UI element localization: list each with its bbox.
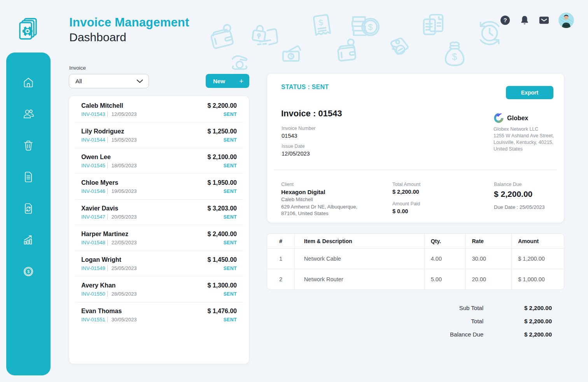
clock-refresh-doodle-icon [475, 19, 504, 50]
invoice-status-badge: SENT [223, 163, 237, 168]
invoice-status-badge: SENT [223, 266, 237, 271]
invoice-list-item[interactable]: Caleb Mitchell$ 2,200.00 INV-0154312/05/… [75, 97, 243, 123]
invoice-dashboard: { "header": { "app_title": "Invoice Mana… [0, 0, 588, 382]
chevron-down-icon [136, 79, 143, 83]
total-label: Total [471, 318, 483, 324]
company-address-line: United States [494, 146, 556, 152]
sidebar-item-payments[interactable]: $ [22, 265, 35, 278]
banknote-doodle-icon: $ [281, 44, 304, 65]
invoice-filter-select[interactable]: All [69, 74, 149, 88]
invoice-client-name: Owen Lee [81, 154, 111, 161]
new-invoice-button[interactable]: New + [206, 74, 249, 88]
item-amount: $ 1,200.00 [512, 249, 564, 269]
invoice-number-link[interactable]: INV-01550 [81, 291, 105, 297]
invoice-client-name: Chloe Myers [81, 179, 118, 186]
invoice-detail-card: STATUS : SENT Export Invoice : 01543 Inv… [267, 73, 564, 223]
invoice-list-item[interactable]: Logan Wright$ 1,450.00 INV-0154925/05/20… [75, 251, 243, 277]
invoice-list-item[interactable]: Evan Thomas$ 1,476.00 INV-0155130/05/202… [75, 302, 243, 328]
notifications-bell-icon[interactable] [520, 15, 530, 25]
balance-due-value: $ 2,200.00 [494, 189, 545, 199]
invoice-number-link[interactable]: INV-01547 [81, 214, 105, 220]
column-header-amount: Amount [512, 234, 564, 249]
invoice-list-item[interactable]: Xavier Davis$ 3,203.00 INV-0154720/05/20… [75, 200, 243, 225]
items-table-row: 2 Network Router 5.00 20.00 $ 1,000.00 [267, 269, 564, 289]
invoice-amount: $ 1,950.00 [207, 179, 237, 186]
item-qty: 4.00 [425, 249, 466, 269]
documents-doodle-icon [421, 12, 445, 38]
balance-due-label: Balance Due [494, 182, 545, 187]
invoice-list-item[interactable]: Owen Lee$ 2,100.00 INV-0154518/05/2023SE… [75, 148, 243, 174]
invoice-client-name: Lily Rodriguez [81, 128, 124, 135]
item-qty: 5.00 [425, 269, 466, 289]
invoice-number-field: Invoice Number 01543 [282, 126, 316, 139]
items-table: # Item & Description Qty. Rate Amount 1 … [267, 233, 564, 290]
invoice-status-badge: SENT [223, 291, 237, 297]
sidebar-item-trash[interactable] [22, 139, 35, 152]
company-block: Globex Globex Network LLC 1255 W Ashland… [494, 112, 556, 152]
company-address: Globex Network LLC 1255 W Ashland Ave St… [494, 126, 556, 152]
subtotal-row: Sub Total $ 2,200.00 [450, 305, 552, 311]
subtotal-value: $ 2,200.00 [503, 305, 552, 311]
balance-due-total-value: $ 2,200.00 [503, 331, 552, 338]
amount-paid-label: Amount Paid [392, 201, 420, 207]
tag-doodle-icon [386, 33, 413, 61]
lock-card-doodle-icon [248, 21, 280, 54]
invoice-amount: $ 1,476.00 [207, 308, 237, 315]
item-index: 1 [267, 249, 295, 269]
invoice-list-item[interactable]: Avery Khan$ 1,300.00 INV-0155028/05/2023… [75, 277, 243, 302]
invoice-list-item[interactable]: Lily Rodriguez$ 1,250.00 INV-0154415/05/… [75, 123, 243, 148]
invoice-client-name: Logan Wright [81, 256, 121, 263]
sidebar-item-reports[interactable] [22, 233, 35, 247]
globex-logo-icon [494, 112, 504, 124]
sidebar-item-home[interactable] [22, 76, 35, 89]
wallet-doodle-icon [205, 20, 242, 58]
invoice-filter-value: All [75, 78, 82, 84]
mail-icon[interactable] [539, 15, 549, 25]
column-header-item: Item & Description [295, 234, 425, 249]
due-date: Due Date : 25/05/2023 [494, 204, 545, 210]
invoice-number-link[interactable]: INV-01543 [81, 111, 105, 117]
sidebar-item-clients[interactable] [22, 107, 35, 121]
invoice-number-link[interactable]: INV-01546 [81, 188, 105, 194]
invoice-date: 22/05/2023 [107, 240, 136, 245]
invoice-client-name: Evan Thomas [81, 308, 122, 315]
invoice-amount: $ 2,200.00 [207, 102, 237, 109]
page-title: Dashboard [69, 31, 189, 44]
issue-date-label: Issue Date [282, 144, 310, 149]
export-button[interactable]: Export [506, 86, 553, 99]
item-description: Network Router [295, 269, 425, 289]
invoice-amount: $ 1,250.00 [207, 128, 237, 135]
invoice-number-value: 01543 [282, 133, 316, 139]
column-header-index: # [267, 234, 295, 249]
invoice-number-link[interactable]: INV-01545 [81, 163, 105, 168]
invoice-number-link[interactable]: INV-01548 [81, 240, 105, 245]
user-avatar[interactable] [558, 12, 574, 28]
invoice-list-item[interactable]: Chloe Myers$ 1,950.00 INV-0154619/05/202… [75, 174, 243, 200]
invoice-amount: $ 1,450.00 [207, 256, 237, 263]
money-bag-doodle-icon: $ [443, 40, 467, 68]
plus-icon: + [239, 77, 243, 85]
invoice-number-link[interactable]: INV-01544 [81, 137, 105, 143]
amounts-block: Total Amount $ 2,200.00 Amount Paid $ 0.… [392, 182, 420, 214]
invoice-number-link[interactable]: INV-01551 [81, 317, 105, 322]
invoice-amount: $ 3,203.00 [207, 205, 237, 212]
column-header-rate: Rate [466, 234, 512, 249]
new-invoice-button-label: New [213, 78, 225, 84]
receipt-doodle-icon: $ [310, 12, 333, 40]
invoice-number-label: Invoice Number [282, 126, 316, 131]
invoice-date: 20/05/2023 [107, 214, 136, 220]
invoice-status-badge: SENT [223, 317, 237, 322]
item-rate: 30.00 [466, 249, 512, 269]
invoice-detail-title: Invoice : 01543 [281, 109, 342, 119]
invoice-number-link[interactable]: INV-01549 [81, 265, 105, 271]
invoice-date: 28/05/2023 [107, 291, 136, 297]
wallet-person-doodle-icon [334, 37, 361, 67]
client-address: 629 Amherst Dr NE, Albuquerque, 87106, U… [281, 203, 357, 217]
help-icon[interactable]: ? [500, 15, 510, 25]
items-table-header-row: # Item & Description Qty. Rate Amount [267, 234, 564, 249]
sidebar-item-documents[interactable] [22, 170, 35, 184]
invoice-date: 19/05/2023 [107, 188, 136, 194]
invoice-list-item[interactable]: Harper Martinez$ 2,400.00 INV-0154822/05… [75, 225, 243, 251]
sidebar-item-recurring-invoices[interactable] [22, 202, 35, 215]
invoice-client-name: Caleb Mitchell [81, 102, 123, 109]
